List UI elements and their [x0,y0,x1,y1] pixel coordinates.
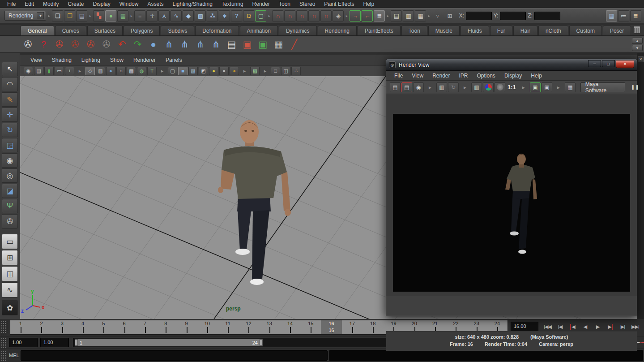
panel-menu-renderer[interactable]: Renderer [128,57,161,63]
material-attributes-icon[interactable]: ⋔ [209,37,223,52]
alpha-channel-icon[interactable] [495,82,505,92]
safe-title-icon[interactable]: T [147,67,157,75]
save-scene-icon[interactable]: ▤ [76,10,87,22]
shelf-tab-rendering[interactable]: Rendering [318,26,357,35]
lasso-select-tool[interactable]: ◠ [2,77,18,91]
ipr-region-icon[interactable]: ▥ [471,82,482,92]
shelf-scroll-down-icon[interactable]: ▼ [632,45,643,51]
snap-to-view-planes-icon[interactable]: ∩ [320,10,332,22]
shelf-trash-icon[interactable] [634,26,640,33]
select-tool[interactable]: ↖ [2,62,18,76]
current-time-field[interactable]: 16.00 [511,322,538,332]
isolate-select-icon[interactable]: □ [271,67,280,75]
snap-to-grids-icon[interactable]: ∩ [272,10,283,22]
paint-effects-brush-icon[interactable]: ╱ [287,37,302,52]
move-normal-tool[interactable]: ◪ [2,184,18,198]
mel-command-input[interactable] [21,350,328,361]
redo-previous-ipr-icon[interactable]: ▥ [436,82,447,92]
assign-material-icon[interactable]: ⋔ [193,37,208,52]
field-entry-mode-icon[interactable]: ▿ [432,10,443,22]
attribute-editor-toggle-icon[interactable]: ≣ [630,10,641,22]
frame-cell[interactable]: 55 [93,320,114,334]
shelf-tab-general[interactable]: General [21,26,54,35]
select-handles-icon[interactable]: ✛ [146,10,158,22]
highlight-selection-icon[interactable]: ▧ [250,67,260,75]
render-view-menu-display[interactable]: Display [500,73,526,79]
render-region-icon[interactable]: ▤ [401,82,412,92]
redo-previous-render-icon[interactable]: ▤ [390,82,401,92]
real-size-icon[interactable]: 1:1 [506,82,517,92]
render-view-menu-file[interactable]: File [390,73,407,79]
outliner-persp-layout-button[interactable]: ◫ [2,266,18,281]
textured-icon[interactable]: ▨ [188,67,198,75]
convert-to-file-texture-icon[interactable]: ▣ [240,37,255,52]
xyz-manipulator-icon[interactable]: Ψ [2,199,18,213]
frame-cell[interactable]: 99 [176,320,196,334]
render-settings-icon[interactable]: ▦ [415,10,426,22]
smooth-shade-icon[interactable]: ■ [178,67,188,75]
lighting-default-icon[interactable]: ● [209,67,218,75]
menu-create[interactable]: Create [63,1,88,7]
render-view-menu-ipr[interactable]: IPR [455,73,473,79]
shelf-tab-surfaces[interactable]: Surfaces [87,26,123,35]
panel-menu-view[interactable]: View [26,57,47,63]
frame-cell[interactable]: 1111 [218,320,238,334]
render-view-menu-view[interactable]: View [407,73,428,79]
make-live-icon[interactable]: ◈ [333,10,344,22]
frame-cell[interactable]: 1212 [238,320,259,334]
use-all-lights-icon[interactable]: ◩ [199,67,208,75]
render-view-menu-options[interactable]: Options [473,73,500,79]
frame-cell[interactable]: 66 [114,320,134,334]
rendered-image[interactable] [393,114,630,292]
frame-cell[interactable]: 77 [135,320,155,334]
range-start-handle[interactable] [75,339,78,346]
help-line-icon[interactable]: ? [36,37,51,52]
delete-unused-nodes-icon[interactable]: ● [146,37,161,52]
mel-label[interactable]: MEL [9,353,19,358]
input-connections-icon[interactable]: → [350,10,361,22]
universal-manipulator-tool[interactable]: ◉ [2,153,18,168]
last-tool-camera-icon[interactable]: ✇ [2,214,18,228]
x-input[interactable] [466,12,492,20]
frame-cell[interactable]: 11 [10,320,31,334]
frame-cell[interactable]: 1414 [280,320,300,334]
shading-network-icon[interactable]: ⋔ [177,37,192,52]
grid-toggle-icon[interactable]: ◇ [85,67,95,75]
snap-to-curves-icon[interactable]: ∩ [284,10,295,22]
shelf-tab-subdivs[interactable]: Subdivs [161,26,194,35]
panel-menu-show[interactable]: Show [105,57,128,63]
node-editor-icon[interactable]: ▤ [224,37,239,52]
shelf-tab-polygons[interactable]: Polygons [124,26,160,35]
select-by-hierarchy-icon[interactable]: ▚ [93,10,104,22]
shelf-tab-muscle[interactable]: Muscle [428,26,460,35]
remove-image-icon[interactable]: ▣ [542,82,552,92]
frame-cell[interactable]: 22 [31,320,51,334]
frame-cell[interactable]: 44 [73,320,93,334]
menu-toon[interactable]: Toon [274,1,295,7]
image-plane-icon[interactable]: ▭ [55,67,64,75]
gate-mask-icon[interactable]: ○ [116,67,126,75]
wireframe-icon[interactable]: ▢ [168,67,177,75]
select-miscellaneous-icon[interactable]: ? [231,10,242,22]
menu-lighting-shading[interactable]: Lighting/Shading [168,1,217,7]
maximize-button[interactable]: ▢ [602,60,615,67]
camera-attributes-icon[interactable]: ▤ [34,67,43,75]
render-view-menu-render[interactable]: Render [428,73,454,79]
snap-to-points-icon[interactable]: ∩ [296,10,307,22]
redo-view-change-icon[interactable]: ↷ [130,37,145,52]
tool-settings-toggle-icon[interactable]: ≔ [618,10,629,22]
select-dynamics-icon[interactable]: ⁂ [207,10,218,22]
multi-pane-icon[interactable]: ◫ [281,67,290,75]
frame-cell[interactable]: 33 [52,320,73,334]
snapshot-icon[interactable]: ◉ [413,82,424,92]
frame-cell[interactable]: 1010 [197,320,218,334]
film-gate-icon[interactable]: ▥ [96,67,105,75]
menu-texturing[interactable]: Texturing [217,1,248,7]
shelf-tab-custom[interactable]: Custom [569,26,602,35]
menu-display[interactable]: Display [88,1,115,7]
shelf-tab-painteffects[interactable]: PaintEffects [358,26,401,35]
create-camera-icon[interactable]: ✇ [52,37,67,52]
rotate-tool[interactable]: ↻ [2,123,18,137]
shelf-tab-ncloth[interactable]: nCloth [538,26,568,35]
select-curves-icon[interactable]: ∿ [171,10,182,22]
